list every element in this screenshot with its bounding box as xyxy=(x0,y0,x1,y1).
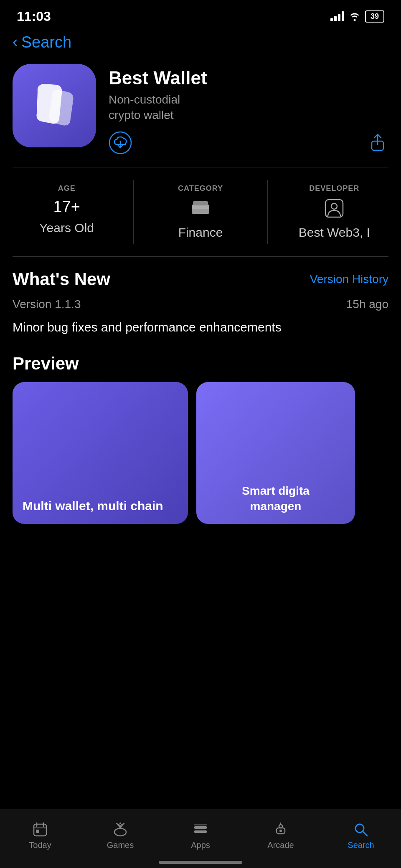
version-notes: Minor bug fixes and performance enhancem… xyxy=(13,318,388,337)
developer-icon xyxy=(324,198,345,220)
share-button[interactable] xyxy=(367,132,388,154)
developer-value: Best Web3, I xyxy=(299,225,370,240)
app-info: Best Wallet Non-custodialcrypto wallet xyxy=(109,64,388,154)
tab-spacer xyxy=(0,536,401,603)
preview-card-2: Smart digitamanagen xyxy=(196,382,355,524)
app-subtitle: Non-custodialcrypto wallet xyxy=(109,92,388,123)
share-icon xyxy=(367,132,388,154)
info-row: AGE 17+ Years Old CATEGORY Finance DEVEL… xyxy=(0,167,401,256)
age-value: 17+ xyxy=(53,198,80,216)
status-icons: 39 xyxy=(330,10,384,23)
svg-rect-5 xyxy=(193,201,208,205)
info-cell-category: CATEGORY Finance xyxy=(134,180,267,244)
arcade-icon xyxy=(273,822,288,837)
svg-point-20 xyxy=(279,825,282,828)
app-name: Best Wallet xyxy=(109,68,388,88)
svg-point-22 xyxy=(279,830,282,832)
tab-search-label: Search xyxy=(348,840,374,850)
whats-new-title: What's New xyxy=(13,269,110,289)
signal-icon xyxy=(330,11,344,21)
tab-today[interactable]: Today xyxy=(0,822,80,850)
category-value: Finance xyxy=(178,225,223,240)
svg-rect-17 xyxy=(194,830,207,833)
preview-card-1-text: Multi wallet, multi chain xyxy=(23,498,163,514)
preview-section: Preview Multi wallet, multi chain Smart … xyxy=(0,345,401,536)
preview-scroll[interactable]: Multi wallet, multi chain Smart digitama… xyxy=(13,382,388,524)
status-bar: 11:03 39 xyxy=(0,0,401,29)
developer-label: DEVELOPER xyxy=(309,184,359,193)
tab-games-label: Games xyxy=(107,840,134,850)
age-sub: Years Old xyxy=(39,221,94,235)
tab-search[interactable]: Search xyxy=(321,822,401,850)
download-icon xyxy=(109,131,132,154)
download-button[interactable] xyxy=(109,131,132,154)
app-actions xyxy=(109,131,388,154)
tab-today-label: Today xyxy=(29,840,51,850)
games-icon xyxy=(113,822,128,837)
app-icon xyxy=(13,64,96,147)
category-icon xyxy=(190,198,211,220)
battery-icon: 39 xyxy=(365,10,384,23)
wallet-logo-icon xyxy=(25,76,84,135)
svg-rect-16 xyxy=(194,826,207,829)
info-cell-age: AGE 17+ Years Old xyxy=(0,180,134,244)
tab-bar: Today Games Apps Arcade Searc xyxy=(0,810,401,868)
svg-point-14 xyxy=(114,828,126,836)
svg-rect-13 xyxy=(36,830,39,833)
preview-card-2-text: Smart digitamanagen xyxy=(242,483,310,514)
preview-card-1: Multi wallet, multi chain xyxy=(13,382,188,524)
tab-arcade-label: Arcade xyxy=(267,840,294,850)
version-time: 15h ago xyxy=(346,298,388,311)
tab-arcade[interactable]: Arcade xyxy=(241,822,321,850)
wifi-icon xyxy=(348,11,361,21)
info-cell-developer: DEVELOPER Best Web3, I xyxy=(268,180,401,244)
version-label: Version 1.1.3 xyxy=(13,298,81,311)
svg-point-15 xyxy=(119,822,121,824)
whats-new-section: What's New Version History Version 1.1.3… xyxy=(0,257,401,345)
svg-rect-9 xyxy=(34,824,46,836)
apps-icon xyxy=(193,822,208,837)
whats-new-header: What's New Version History xyxy=(13,269,388,289)
app-icon-inner xyxy=(13,64,96,147)
tab-apps-label: Apps xyxy=(191,840,210,850)
back-label: Search xyxy=(21,33,71,51)
version-row: Version 1.1.3 15h ago xyxy=(13,298,388,311)
tab-games[interactable]: Games xyxy=(80,822,160,850)
svg-point-8 xyxy=(331,203,337,209)
svg-point-23 xyxy=(355,824,364,833)
svg-rect-18 xyxy=(194,824,207,825)
status-time: 11:03 xyxy=(17,9,51,24)
back-nav[interactable]: ‹ Search xyxy=(0,29,401,60)
category-label: CATEGORY xyxy=(178,184,223,193)
svg-line-24 xyxy=(363,832,367,836)
search-tab-icon xyxy=(353,822,368,837)
svg-rect-6 xyxy=(192,209,209,214)
app-header: Best Wallet Non-custodialcrypto wallet xyxy=(0,60,401,167)
back-chevron-icon: ‹ xyxy=(13,34,18,50)
tab-apps[interactable]: Apps xyxy=(160,822,241,850)
today-icon xyxy=(33,822,48,837)
home-indicator xyxy=(159,861,242,864)
preview-title: Preview xyxy=(13,354,388,374)
version-history-link[interactable]: Version History xyxy=(310,273,388,286)
age-label: AGE xyxy=(58,184,76,193)
